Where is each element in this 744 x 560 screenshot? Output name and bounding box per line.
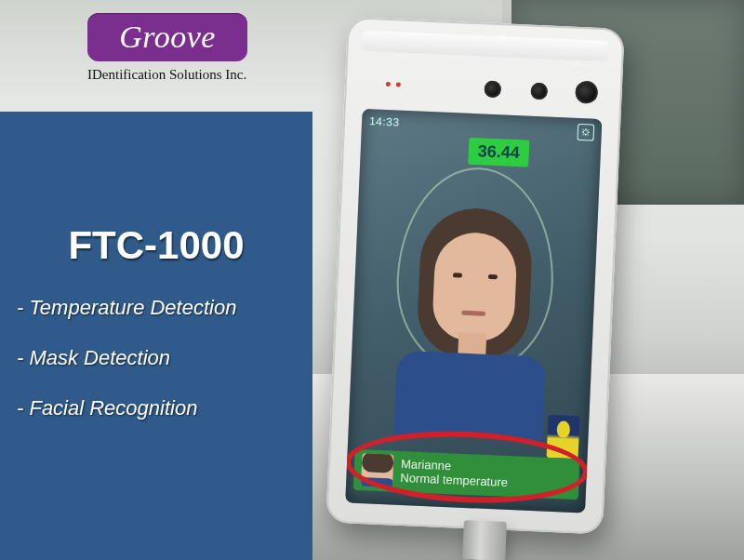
camera-icon: [484, 80, 501, 98]
feature-panel: FTC-1000 - Temperature Detection - Mask …: [0, 112, 312, 560]
device-top-light: [361, 31, 609, 62]
result-avatar-icon: [361, 453, 394, 487]
clock-text: 14:33: [369, 114, 400, 128]
product-model-title: FTC-1000: [17, 223, 296, 268]
feature-item: - Facial Recognition: [17, 396, 296, 420]
brand-logo-badge: Groove: [87, 13, 247, 61]
thermal-camera-icon: [575, 81, 598, 104]
ir-led-icon: [386, 82, 401, 87]
temperature-badge: 36.44: [468, 138, 529, 167]
result-bar: Marianne Normal temperature: [353, 449, 580, 500]
feature-item: - Mask Detection: [17, 346, 296, 370]
result-status: Normal temperature: [400, 472, 508, 490]
brand-logo: Groove IDentification Solutions Inc.: [87, 13, 247, 83]
thermal-preview-icon: [547, 415, 580, 459]
device-screen: 14:33 ⛭ 36.44 Marianne Normal temperatur…: [345, 109, 602, 513]
brand-tagline: IDentification Solutions Inc.: [87, 67, 247, 83]
sensor-bar: [344, 60, 623, 116]
settings-icon[interactable]: ⛭: [577, 124, 594, 141]
product-marketing-image: Groove IDentification Solutions Inc. FTC…: [0, 0, 744, 560]
feature-item: - Temperature Detection: [17, 296, 296, 320]
camera-icon: [530, 83, 548, 100]
scanned-person: [399, 206, 548, 425]
device-stand: [462, 520, 507, 560]
brand-name: Groove: [119, 20, 216, 55]
kiosk-device: 14:33 ⛭ 36.44 Marianne Normal temperatur…: [326, 17, 624, 534]
